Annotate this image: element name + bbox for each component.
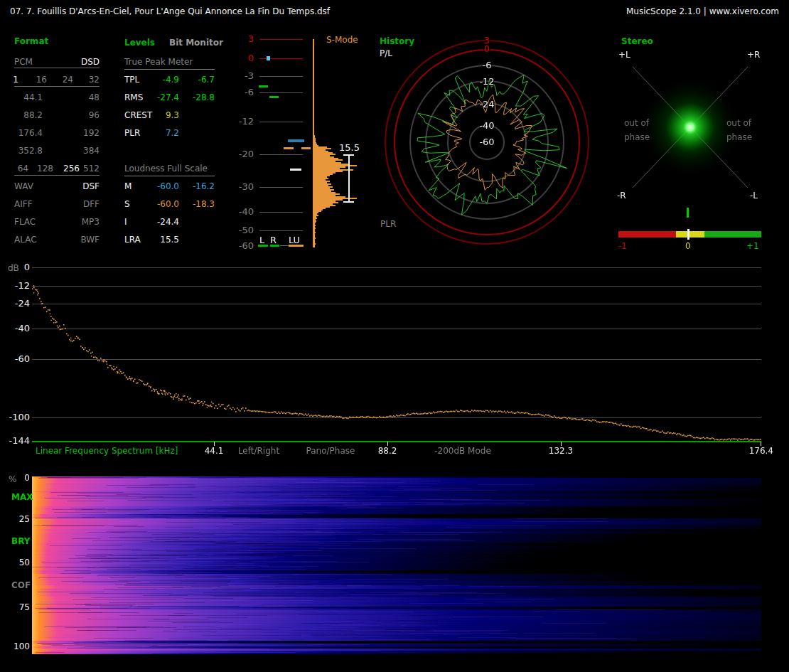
format-divider (14, 86, 100, 87)
smode-label: S-Mode (326, 35, 358, 45)
format-rate-96: 96 (89, 110, 100, 120)
format-rate-192: 192 (83, 128, 100, 138)
polar-ring-label--60: -60 (479, 137, 494, 147)
levels-row-label-TPL: TPL (124, 75, 139, 85)
meter-scale-line (259, 230, 303, 231)
meter-scale--6: -6 (245, 87, 254, 97)
meter-integrated-dash (290, 169, 301, 171)
meter-bar-L (258, 245, 268, 247)
gonio-corner-mr: -R (617, 191, 626, 201)
correlation-bar-green (704, 231, 761, 238)
format-file-FLAC: FLAC (14, 217, 36, 227)
format-codec-left: PCM (14, 57, 33, 67)
levels-value2-M: -16.2 (193, 181, 215, 191)
levels-row-label-S: S (124, 199, 130, 209)
format-file-ALAC: ALAC (14, 235, 37, 245)
meter-bar-gap-line (280, 245, 289, 246)
spectrogram-side-bry: BRY (11, 536, 30, 546)
frequency-spectrum-canvas (32, 263, 764, 447)
meter-channel-L: L (259, 235, 264, 245)
meter-channel-LU: LU (289, 235, 300, 245)
spectrogram-side-max: MAX (11, 492, 33, 502)
meter-scale-line (259, 154, 303, 155)
spectrum-title: Linear Frequency Spectrum [kHz] (36, 446, 178, 456)
meter-scale-0: 0 (248, 53, 254, 63)
format-dsdrate-128: 128 (37, 164, 53, 174)
format-divider (14, 68, 100, 68)
spectrogram-canvas (32, 476, 761, 654)
spectrum-mode-left-right[interactable]: Left/Right (238, 446, 279, 456)
meter-scale--3: -3 (245, 70, 254, 81)
meter-bar-R (270, 245, 279, 247)
meter-short-dash-2 (301, 147, 311, 149)
levels-value2-RMS: -28.8 (193, 92, 215, 102)
correlation-marker (687, 229, 689, 240)
spectrum-xtick-44.1: 44.1 (205, 446, 224, 456)
levels-divider (124, 176, 215, 176)
levels-value1-M: -60.0 (157, 181, 179, 191)
spectrum-ytick-0: 0 (24, 262, 30, 272)
spectrum-ytick--144: -144 (9, 435, 30, 446)
spectrum-xtick-132.3: 132.3 (549, 446, 573, 456)
meter-truepeak-marker (267, 56, 270, 60)
format-rate-176.4: 176.4 (18, 128, 43, 138)
format-rate-48: 48 (89, 92, 100, 102)
out-of-phase-right: out ofphase (726, 116, 752, 144)
spectrogram-pct-unit: % (9, 474, 16, 484)
stereo-header: Stereo (621, 36, 653, 46)
meter-scale--40: -40 (239, 206, 254, 217)
meter-scale-line (259, 212, 303, 213)
polar-ring-label--40: -40 (479, 120, 494, 131)
spectrum-mode--200db-mode[interactable]: -200dB Mode (434, 446, 491, 456)
format-file-WAV: WAV (14, 181, 33, 191)
format-dsdrate-256: 256 (63, 164, 80, 174)
correlation-bar-red (618, 231, 676, 238)
format-codec-right: DSD (81, 57, 100, 67)
spectrum-xtick-88.2: 88.2 (378, 446, 397, 456)
meter-channel-R: R (270, 235, 277, 245)
meter-scale--12: -12 (239, 116, 254, 127)
format-bits-16: 16 (36, 75, 47, 85)
spectrum-ytick--24: -24 (15, 298, 30, 309)
format-rate-88.2: 88.2 (23, 110, 43, 120)
format-header: Format (14, 36, 48, 46)
format-file-DSF: DSF (82, 181, 100, 191)
spectrum-xtick-176.4: 176.4 (749, 446, 773, 456)
levels-value1-PLR: 7.2 (166, 128, 179, 138)
meter-scale-line (259, 122, 303, 122)
levels-row-label-PLR: PLR (124, 128, 140, 138)
meter-scale--30: -30 (239, 181, 254, 192)
meter-scale-line (259, 39, 303, 40)
smode-axis-line (313, 39, 314, 247)
polar-ring-label--6: -6 (483, 60, 492, 70)
levels-header: Levels (124, 38, 155, 48)
meter-scale-line (259, 187, 303, 188)
track-title: 07. 7. Fouillis D'Arcs-En-Ciel, Pour L'A… (10, 6, 330, 16)
spectrum-ytick--12: -12 (15, 280, 30, 291)
correlation-bar-yellow (676, 231, 704, 238)
spectrum-mode-pano-phase[interactable]: Pano/Phase (306, 446, 355, 456)
levels-value2-TPL: -6.7 (198, 75, 215, 85)
meter-scale--20: -20 (239, 149, 254, 159)
gonio-corner-pl: +L (618, 50, 630, 60)
smode-histogram-canvas (313, 134, 367, 249)
levels-value1-TPL: -4.9 (163, 75, 179, 85)
meter-bar-LU (289, 245, 304, 247)
spectrum-ytick--40: -40 (15, 323, 30, 334)
tab-bit-monitor[interactable]: Bit Monitor (169, 38, 223, 48)
format-rate-384: 384 (83, 146, 100, 156)
levels-row-label-LRA: LRA (124, 235, 141, 245)
lra-bracket-bottom (343, 201, 354, 203)
format-bits-32: 32 (89, 75, 100, 85)
spectrogram-ytick-25: 25 (19, 514, 30, 524)
format-file-BWF: BWF (80, 235, 100, 245)
format-bits-1: 1 (13, 75, 18, 85)
meter-short-dash-1 (284, 147, 294, 149)
polar-ring-label--24: -24 (479, 99, 494, 110)
corr-label-neg1: -1 (618, 241, 627, 251)
lra-bracket-stem (348, 154, 350, 201)
levels-row-label-CREST: CREST (124, 110, 152, 120)
levels-value1-LRA: 15.5 (160, 235, 179, 245)
musicscope-window: 07. 7. Fouillis D'Arcs-En-Ciel, Pour L'A… (0, 0, 789, 672)
levels-row-label-I: I (124, 217, 127, 227)
